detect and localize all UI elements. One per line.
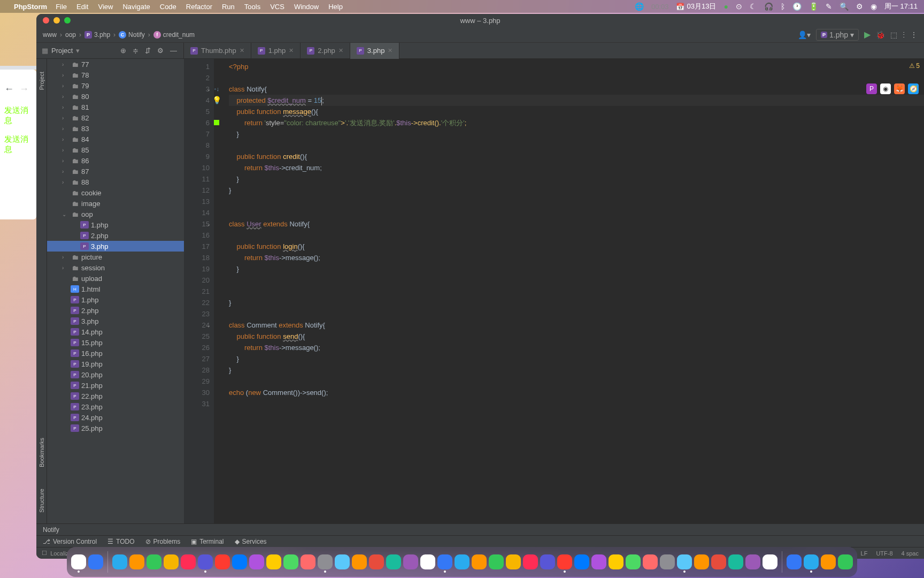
- dock-app-icon[interactable]: [198, 554, 213, 569]
- code-line[interactable]: <?php: [229, 61, 924, 72]
- dock-app-icon[interactable]: [574, 554, 589, 569]
- dock-app-icon[interactable]: [71, 554, 86, 569]
- code-line[interactable]: return $this->message();: [229, 252, 924, 263]
- close-tab-icon[interactable]: ✕: [338, 47, 343, 54]
- version-control-tool[interactable]: ⎇ Version Control: [43, 538, 97, 545]
- ide-titlebar[interactable]: www – 3.php: [36, 14, 924, 27]
- tree-node[interactable]: ›🖿79: [47, 80, 184, 91]
- code-line[interactable]: [229, 196, 924, 207]
- dock-app-icon[interactable]: [626, 554, 641, 569]
- editor-tab[interactable]: P1.php✕: [251, 43, 301, 59]
- dock-app-icon[interactable]: [420, 554, 435, 569]
- search-icon[interactable]: 🔍: [840, 2, 849, 11]
- inspection-badge[interactable]: ⚠ 5: [909, 62, 920, 70]
- close-tab-icon[interactable]: ✕: [240, 47, 244, 54]
- dock-app-icon[interactable]: [643, 554, 658, 569]
- menu-view[interactable]: View: [98, 3, 113, 11]
- tree-node[interactable]: P24.php: [47, 412, 184, 423]
- dock-app-icon[interactable]: [352, 554, 367, 569]
- menu-run[interactable]: Run: [222, 3, 235, 11]
- expand-all-icon[interactable]: ≑: [133, 47, 138, 55]
- chrome-icon[interactable]: ◉: [880, 83, 891, 94]
- code-line[interactable]: [229, 308, 924, 320]
- tree-node[interactable]: ›🖿picture: [47, 252, 184, 262]
- debug-button-icon[interactable]: 🐞: [876, 31, 885, 39]
- dock-app-icon[interactable]: [745, 554, 760, 569]
- dock-app-icon[interactable]: [147, 554, 161, 569]
- browser-forward-icon[interactable]: →: [19, 83, 29, 95]
- dock-app-icon[interactable]: [677, 554, 692, 569]
- status-notification-icon[interactable]: ☐: [42, 550, 47, 557]
- dock-app-icon[interactable]: [609, 554, 623, 569]
- dock-app-icon[interactable]: [804, 554, 819, 569]
- play-circle-icon[interactable]: ⊙: [736, 2, 742, 11]
- menu-file[interactable]: File: [56, 3, 67, 11]
- todo-tool[interactable]: ☰ TODO: [107, 538, 134, 545]
- code-line[interactable]: [229, 140, 924, 151]
- clock-day-time[interactable]: 周一 17:11: [884, 2, 918, 11]
- code-line[interactable]: ⌄class User extends Notify{: [229, 218, 924, 230]
- code-line[interactable]: }: [229, 297, 924, 308]
- crumb-file[interactable]: P3.php: [84, 31, 110, 39]
- tree-node[interactable]: 🖿upload: [47, 273, 184, 284]
- menu-code[interactable]: Code: [160, 3, 176, 11]
- code-line[interactable]: ⌄class Notify{: [229, 83, 924, 95]
- editor-breadcrumb[interactable]: Notify: [36, 523, 924, 535]
- tree-node[interactable]: P21.php: [47, 380, 184, 391]
- dock-app-icon[interactable]: [318, 554, 333, 569]
- tree-node[interactable]: H1.html: [47, 284, 184, 294]
- tree-node[interactable]: P1.php: [47, 294, 184, 305]
- siri-icon[interactable]: ◉: [871, 2, 877, 11]
- crumb-field[interactable]: fcredit_num: [153, 31, 195, 39]
- dock-app-icon[interactable]: [249, 554, 264, 569]
- code-line[interactable]: public function login(){: [229, 241, 924, 252]
- code-line[interactable]: }: [229, 353, 924, 364]
- tree-node[interactable]: P22.php: [47, 391, 184, 401]
- dock-app-icon[interactable]: [523, 554, 538, 569]
- menu-window[interactable]: Window: [294, 3, 319, 11]
- moon-icon[interactable]: ☾: [750, 2, 757, 11]
- run-button-icon[interactable]: ▶: [864, 29, 871, 40]
- profiler-icon[interactable]: ⵗ: [903, 31, 905, 39]
- bookmarks-tool-button[interactable]: Bookmarks: [38, 438, 45, 467]
- dock-app-icon[interactable]: [129, 554, 144, 569]
- tree-node[interactable]: P15.php: [47, 337, 184, 348]
- dock-app-icon[interactable]: [164, 554, 179, 569]
- dock-app-icon[interactable]: [266, 554, 281, 569]
- tree-node[interactable]: P25.php: [47, 423, 184, 434]
- code-line[interactable]: [229, 207, 924, 218]
- more-actions-icon[interactable]: ⋮: [910, 31, 918, 39]
- code-line[interactable]: return $this->credit_num;: [229, 162, 924, 173]
- tree-node[interactable]: ›🖿87: [47, 166, 184, 177]
- dock-app-icon[interactable]: [437, 554, 452, 569]
- status-line-ending[interactable]: LF: [861, 550, 868, 557]
- code-line[interactable]: [229, 398, 924, 409]
- code-line[interactable]: [229, 376, 924, 387]
- phpstorm-preview-icon[interactable]: P: [866, 83, 877, 94]
- structure-tool-button[interactable]: Structure: [38, 489, 45, 513]
- dock-app-icon[interactable]: [838, 554, 853, 569]
- tree-node[interactable]: ›🖿84: [47, 134, 184, 144]
- code-editor[interactable]: 123◦↓4💡567891011121314151617181920212223…: [184, 59, 924, 523]
- status-indent[interactable]: 4 spac: [902, 550, 919, 557]
- dock-app-icon[interactable]: [763, 554, 777, 569]
- dock-app-icon[interactable]: [728, 554, 743, 569]
- menu-help[interactable]: Help: [328, 3, 343, 11]
- code-line[interactable]: protected $credit_num = 15;: [229, 95, 924, 106]
- window-traffic-lights[interactable]: [43, 17, 71, 24]
- tree-node[interactable]: ›🖿78: [47, 70, 184, 80]
- code-line[interactable]: }: [229, 263, 924, 275]
- dock-app-icon[interactable]: [301, 554, 315, 569]
- run-config-selector[interactable]: P1.php ▾: [816, 29, 859, 41]
- eyedropper-icon[interactable]: ✎: [826, 2, 832, 11]
- code-line[interactable]: return 'style="color: chartreuse">'.'发送消…: [229, 117, 924, 128]
- code-line[interactable]: [229, 230, 924, 241]
- crumb-root[interactable]: www: [43, 31, 57, 39]
- dock-app-icon[interactable]: [557, 554, 572, 569]
- close-tab-icon[interactable]: ✕: [289, 47, 294, 54]
- globe-icon[interactable]: 🌐: [635, 2, 644, 11]
- close-window-icon[interactable]: [43, 17, 49, 24]
- zoom-window-icon[interactable]: [64, 17, 71, 24]
- code-line[interactable]: }: [229, 128, 924, 140]
- editor-tab[interactable]: PThumb.php✕: [184, 43, 251, 59]
